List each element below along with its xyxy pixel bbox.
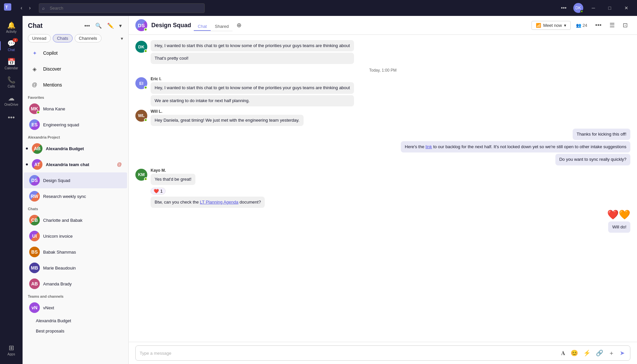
msg-avatar-dk-early: DK xyxy=(135,41,147,53)
message-group-will: WL Will L. Hey Daniela, great timing! We… xyxy=(135,109,630,126)
meet-now-button[interactable]: 📶 Meet now ▾ xyxy=(531,21,570,30)
chat-item-best-proposals[interactable]: Best proposals xyxy=(24,326,127,336)
message-bubble: That's pretty cool! xyxy=(151,53,354,64)
msg-sender-kayo: Kayo M. xyxy=(151,168,265,173)
self-message-1: Thanks for kicking this off! xyxy=(135,129,630,140)
user-avatar[interactable]: DK xyxy=(573,3,583,13)
compose-box: 𝐀 😊 ⚡ 🔗 ＋ ➤ xyxy=(135,345,630,361)
lt-planning-link[interactable]: LT Planning Agenda xyxy=(200,200,239,205)
filter-tabs: Unread Chats Channels ▾ xyxy=(23,33,128,45)
chat-item-charlotte[interactable]: CB Charlotte and Babak xyxy=(24,212,127,228)
discover-item[interactable]: ◈ Discover xyxy=(24,61,127,77)
copilot-icon: ✦ xyxy=(29,48,40,58)
icon-rail: 🔔 Activity 2 💬 Chat 📅 Calendar 📞 Calls ☁… xyxy=(0,16,23,364)
chat-item-unicorn[interactable]: UI Unicorn invoice xyxy=(24,228,127,244)
close-button[interactable]: ✕ xyxy=(620,4,633,12)
minimize-button[interactable]: ─ xyxy=(587,4,600,12)
more-chats-button[interactable]: ••• xyxy=(83,21,91,30)
sidebar-item-onedrive[interactable]: ☁ OneDrive xyxy=(2,91,21,109)
sidebar-item-calls[interactable]: 📞 Calls xyxy=(2,73,21,91)
sidebar-item-chat[interactable]: 2 💬 Chat xyxy=(2,37,21,54)
chat-header-title: Design Squad xyxy=(151,22,191,29)
chat-item-babak[interactable]: BS Babak Shammas xyxy=(24,244,127,260)
alex-budget-name: Alexandria Budget xyxy=(46,146,122,151)
babak-avatar: BS xyxy=(29,247,40,257)
apps-label: Apps xyxy=(8,352,15,356)
new-chat-button[interactable]: ✏️ xyxy=(106,21,115,30)
compose-input[interactable] xyxy=(140,351,557,356)
filter-more-button[interactable]: ▾ xyxy=(121,36,123,41)
emoji-button[interactable]: 😊 xyxy=(569,349,579,357)
sidebar-item-calendar[interactable]: 📅 Calendar xyxy=(2,55,21,73)
side-panel-button[interactable]: ⊡ xyxy=(620,20,630,30)
filter-expand-button[interactable]: ▾ xyxy=(118,21,123,30)
msg-avatar-eric: EI xyxy=(135,77,147,89)
activity-feed-button[interactable]: ☰ xyxy=(607,20,617,30)
filter-chats[interactable]: Chats xyxy=(53,34,73,42)
research-weekly-avatar: RW xyxy=(29,191,40,202)
activity-icon: 🔔 xyxy=(7,21,16,29)
sidebar-item-activity[interactable]: 🔔 Activity xyxy=(2,19,21,36)
filter-unread[interactable]: Unread xyxy=(28,34,51,42)
mentions-item[interactable]: @ Mentions xyxy=(24,77,127,93)
calls-label: Calls xyxy=(8,85,15,88)
msg-content-will: Will L. Hey Daniela, great timing! We ju… xyxy=(151,109,304,126)
chat-item-alex-budget[interactable]: AB Alexandria Budget xyxy=(24,141,127,156)
chat-item-research-weekly[interactable]: RW Research weekly sync xyxy=(24,188,127,204)
heart-reaction-button[interactable]: ❤️ 1 xyxy=(151,188,166,195)
tab-chat[interactable]: Chat xyxy=(194,23,211,31)
attach-button[interactable]: ⚡ xyxy=(582,349,592,357)
mentions-label: Mentions xyxy=(43,82,62,88)
format-button[interactable]: 𝐀 xyxy=(560,349,567,357)
chat-item-amanda[interactable]: AB Amanda Brady xyxy=(24,276,127,292)
status-dot xyxy=(144,49,147,53)
send-button[interactable]: ➤ xyxy=(618,349,626,357)
tab-shared[interactable]: Shared xyxy=(211,23,233,31)
amanda-avatar: AB xyxy=(29,278,40,289)
more-chat-options-button[interactable]: ••• xyxy=(593,20,604,30)
alex-budget-unread-dot xyxy=(26,148,28,150)
participants-button[interactable]: 👥 24 xyxy=(573,21,590,30)
backlog-link[interactable]: link xyxy=(426,144,432,149)
message-group-kayo: KM Kayo M. Yes that'd be great! ❤️ 1 Btw… xyxy=(135,168,630,208)
research-weekly-name: Research weekly sync xyxy=(43,194,122,199)
titlebar: T ‹ › ⌕ ••• DK ─ □ ✕ xyxy=(0,0,637,16)
will-status-dot xyxy=(144,118,147,122)
calendar-icon: 📅 xyxy=(7,58,16,66)
chat-header: DS Design Squad Chat Shared ⊕ 📶 Meet now… xyxy=(129,16,637,35)
back-button[interactable]: ‹ xyxy=(18,4,25,12)
chat-tabs: Chat Shared xyxy=(194,19,233,31)
chat-item-design-squad[interactable]: DS Design Squad xyxy=(24,172,127,188)
filter-channels[interactable]: Channels xyxy=(75,34,102,42)
search-chats-button[interactable]: 🔍 xyxy=(94,21,103,30)
sidebar-list: ✦ Copilot ◈ Discover @ Mentions Favorite… xyxy=(23,45,128,364)
chat-item-alex-team-chat[interactable]: AT Alexandria team chat @ xyxy=(24,156,127,172)
msg-content-eric: Eric I. Hey, I wanted to start this chat… xyxy=(151,77,354,106)
chat-label: Chat xyxy=(8,48,15,52)
mona-name: Mona Kane xyxy=(43,106,122,111)
chat-item-engineering[interactable]: ES Engineering squad xyxy=(24,117,127,133)
chat-item-vnext[interactable]: vN vNext xyxy=(24,300,127,316)
sidebar-item-apps[interactable]: ⊞ Apps xyxy=(2,341,21,359)
add-tab-button[interactable]: ⊕ xyxy=(235,20,243,30)
chat-header-avatar: DS xyxy=(135,19,147,31)
more-options-button[interactable]: ••• xyxy=(558,4,569,12)
chat-item-alex-budget-ch[interactable]: Alexandria Budget xyxy=(24,316,127,326)
teams-section-label: Teams and channels xyxy=(23,292,128,300)
forward-button[interactable]: › xyxy=(26,4,33,12)
copilot-item[interactable]: ✦ Copilot xyxy=(24,45,127,61)
search-input[interactable] xyxy=(39,3,205,13)
activity-label: Activity xyxy=(6,30,17,33)
sidebar-title: Chat xyxy=(28,22,42,30)
chat-item-mona[interactable]: MK Mona Kane xyxy=(24,101,127,117)
main-chat-area: DS Design Squad Chat Shared ⊕ 📶 Meet now… xyxy=(129,16,637,364)
unicorn-name: Unicorn invoice xyxy=(43,234,122,239)
chat-item-marie[interactable]: MB Marie Beaudouin xyxy=(24,260,127,276)
maximize-button[interactable]: □ xyxy=(604,4,616,12)
sidebar-header-actions: ••• 🔍 ✏️ ▾ xyxy=(83,21,123,30)
sidebar-item-more[interactable]: ••• xyxy=(2,111,21,125)
vnext-name: vNext xyxy=(43,305,122,310)
more-options-compose-button[interactable]: ＋ xyxy=(607,348,616,358)
loop-button[interactable]: 🔗 xyxy=(595,349,604,357)
teams-logo-icon: T xyxy=(4,3,11,13)
